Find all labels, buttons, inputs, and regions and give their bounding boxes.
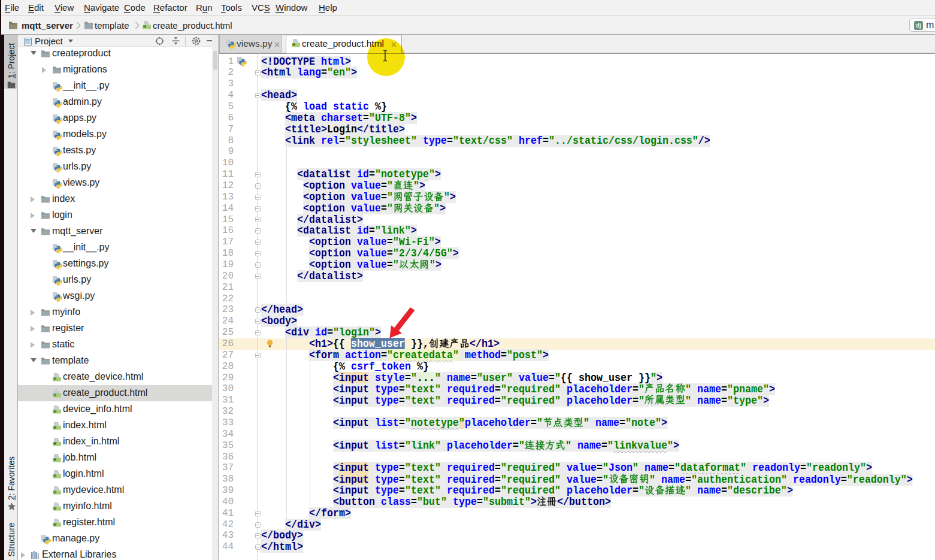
svg-text:H: H — [53, 377, 56, 381]
svg-text:H: H — [53, 441, 56, 446]
svg-text:H: H — [53, 522, 56, 526]
svg-text:H: H — [53, 490, 56, 494]
svg-text:H: H — [53, 425, 56, 429]
svg-text:H: H — [53, 474, 56, 478]
svg-text:H: H — [53, 409, 56, 413]
svg-text:H: H — [143, 25, 146, 29]
svg-text:H: H — [292, 43, 295, 47]
svg-text:H: H — [53, 393, 56, 397]
svg-text:H: H — [53, 506, 56, 510]
svg-text:H: H — [53, 458, 56, 462]
